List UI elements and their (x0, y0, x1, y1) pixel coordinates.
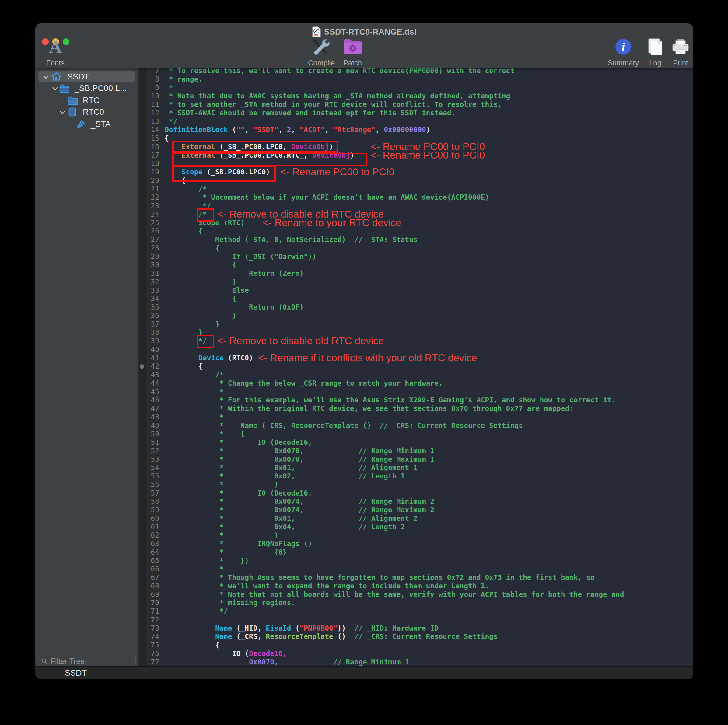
code-line: * IRQNoFlags () (165, 540, 312, 548)
line-number: 36 (146, 312, 159, 320)
code-line: Method (_STA, 0, NotSerialized) // _STA:… (165, 236, 418, 244)
summary-button[interactable]: i Summary (604, 37, 643, 67)
log-button[interactable]: Log (643, 37, 667, 67)
window-title-text: SSDT-RTC0-RANGE.dsl (324, 28, 416, 37)
code-line: { (165, 641, 219, 650)
line-number: 46 (146, 396, 159, 404)
line-number: 38 (146, 329, 159, 337)
line-number: 18 (146, 159, 159, 168)
tree-item-label: _STA (91, 119, 111, 129)
line-number: 43 (146, 371, 159, 379)
code-line: * 0x02, // Length 1 (165, 472, 405, 480)
line-number: 14 (146, 126, 159, 134)
tree-item-ssdt[interactable]: SSDT (35, 71, 138, 83)
compile-label: Compile (308, 59, 335, 67)
line-number: 68 (146, 582, 159, 590)
code-line: } (165, 312, 236, 320)
line-number: 40 (146, 346, 159, 354)
print-button[interactable]: Print (667, 37, 693, 67)
line-number: 20 (146, 176, 159, 185)
line-number: 70 (146, 599, 159, 607)
code-line: { (165, 261, 236, 269)
line-number: 44 (146, 379, 159, 388)
tree-item-sta[interactable]: _STA (35, 118, 138, 130)
code-line: * range. (165, 75, 203, 84)
method-icon (75, 119, 86, 129)
code-line: * 0x0074, // Range Minimum 2 (165, 497, 434, 506)
code-line: Device (RTC0) (165, 354, 253, 362)
device-icon (67, 107, 78, 117)
code-line: { (165, 362, 203, 371)
toolbar: DSL SSDT-RTC0-RANGE.dsl A Fonts Compile (35, 23, 693, 68)
line-number: 23 (146, 202, 159, 210)
line-number: 25 (146, 219, 159, 227)
line-number: 61 (146, 523, 159, 531)
code-line: * Though Asus seems to have forgotten to… (165, 574, 594, 582)
line-number: 59 (146, 506, 159, 514)
annotation-text: <- Remove to disable old RTC device (217, 335, 384, 347)
code-line: * 0x04, // Length 2 (165, 523, 405, 531)
line-number: 64 (146, 548, 159, 557)
filter-tree-field[interactable] (38, 656, 136, 667)
home-icon (51, 72, 61, 82)
printer-icon (671, 38, 690, 56)
code-line: Return (0x0F) (165, 303, 304, 312)
line-number: 67 (146, 574, 159, 582)
code-line: /* (165, 185, 206, 194)
tree-item-label: SSDT (67, 72, 89, 81)
code-line: * IO (Decode16, (165, 438, 312, 447)
code-line: DefinitionBlock ("", "SSDT", 2, "ACDT", … (165, 126, 430, 134)
line-number: 19 (146, 168, 159, 176)
code-line: IO (Decode16, (165, 650, 287, 658)
chevron-down-icon[interactable] (58, 109, 66, 116)
code-line: * {8} (165, 548, 287, 557)
folder-icon (67, 96, 78, 106)
code-line: * }) (165, 557, 249, 565)
line-number: 60 (146, 514, 159, 523)
code-line: * Within the original RTC device, we see… (165, 404, 574, 413)
line-number: 53 (146, 455, 159, 464)
status-path: SSDT (65, 668, 87, 678)
tree-item-rtc0[interactable]: RTC0 (35, 106, 138, 118)
line-number: 66 (146, 565, 159, 574)
code-line: { (165, 227, 203, 236)
code-line: * 0x01, // Alignment 1 (165, 463, 418, 472)
line-number: 27 (146, 236, 159, 244)
code-line: * Uncomment below if your ACPI doesn't h… (165, 193, 489, 202)
compile-button[interactable]: Compile (303, 37, 340, 67)
patch-button[interactable]: Patch (336, 37, 369, 67)
fonts-button[interactable]: A Fonts (40, 37, 70, 67)
line-number: 29 (146, 252, 159, 261)
fonts-icon: A (49, 38, 62, 56)
marker-strip (139, 68, 146, 667)
red-highlight-box (172, 165, 276, 182)
window-title: DSL SSDT-RTC0-RANGE.dsl (35, 26, 693, 37)
code-line: * For this example, we'll use the Asus S… (165, 396, 616, 404)
chevron-down-icon[interactable] (42, 73, 50, 81)
code-line: * (165, 565, 224, 574)
line-number: 58 (146, 497, 159, 506)
code-line: * missing regions. (165, 599, 295, 607)
line-number: 12 (146, 109, 159, 118)
code-line: { (165, 295, 236, 303)
line-number: 15 (146, 134, 159, 143)
annotation-text: <- Rename PC00 to PCI0 (280, 166, 395, 178)
line-number: 41 (146, 354, 159, 362)
sidebar-tree: SSDT _SB.PC00.L... RTC RTC0 _STA (35, 68, 139, 667)
line-number: 48 (146, 413, 159, 422)
main-content: SSDT _SB.PC00.L... RTC RTC0 _STA (35, 68, 693, 667)
filter-tree-input[interactable] (50, 656, 132, 666)
line-number: 62 (146, 531, 159, 540)
tree-item-sb-pc00[interactable]: _SB.PC00.L... (35, 83, 138, 94)
svg-text:DSL: DSL (314, 34, 319, 36)
line-number: 77 (146, 658, 159, 667)
line-number: 33 (146, 286, 159, 295)
red-highlight-box (172, 141, 338, 153)
code-line: Name (_HID, EisaId ("PNP0B00")) // _HID:… (165, 624, 439, 633)
line-number: 69 (146, 590, 159, 599)
chevron-down-icon[interactable] (51, 85, 59, 93)
tree-item-rtc[interactable]: RTC (35, 95, 138, 106)
line-number: 50 (146, 430, 159, 438)
editor[interactable]: 7891011121314151617181920212223242526272… (139, 68, 693, 667)
tree-item-label: _SB.PC00.L... (75, 84, 127, 93)
